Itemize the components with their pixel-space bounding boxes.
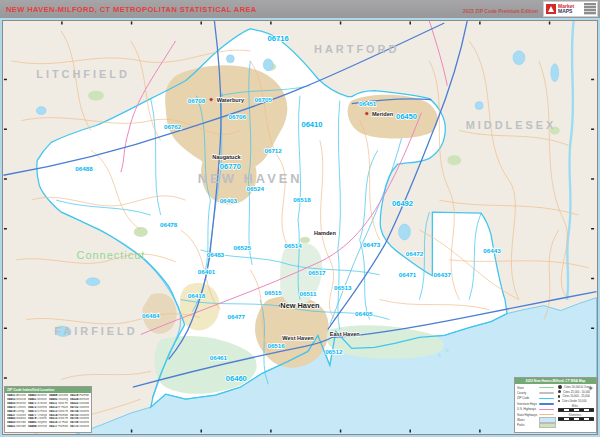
- zip-code-label: 06708: [188, 97, 206, 104]
- city-marker-dot: [210, 98, 213, 101]
- grid-tick: [409, 21, 410, 24]
- edition-label: 2023 ZIP Code Premium Edition: [463, 8, 538, 14]
- brand-logo: MarketMAPS: [543, 1, 598, 17]
- city-name-label: West Haven: [282, 335, 314, 341]
- zip-code-label: 06451: [359, 100, 377, 107]
- legend-swatch: [539, 423, 556, 428]
- zip-code-label: 06401: [198, 268, 216, 275]
- grid-tick: [409, 430, 410, 433]
- grid-tick: [4, 278, 7, 279]
- zip-code-label: 06473: [363, 241, 381, 248]
- scale-kilometers: Kilometers: [558, 414, 594, 421]
- grid-tick: [479, 430, 480, 433]
- zip-code-label: 06511: [299, 290, 317, 297]
- grid-tick: [340, 430, 341, 433]
- grid-tick: [549, 21, 550, 24]
- zip-code-label: 06712: [264, 147, 282, 154]
- state-name-label: Connecticut: [77, 249, 146, 261]
- legend-right-column: ✦ Cities 50,000 & OverCities 25,000 - 50…: [556, 385, 594, 428]
- county-label: NEW HAVEN: [198, 171, 303, 186]
- zip-code-label: 06705: [254, 96, 272, 103]
- zip-code-label: 06418: [188, 292, 206, 299]
- grid-tick: [591, 79, 594, 80]
- grid-tick: [4, 328, 7, 329]
- zip-index-table: ZIP Code Index/Grid Location 06401Ansoni…: [4, 386, 92, 433]
- zip-code-label: 06525: [234, 244, 252, 251]
- scale-kilometers-bar: [558, 417, 594, 421]
- county-label: FAIRFIELD: [54, 325, 137, 337]
- grid-tick: [591, 278, 594, 279]
- scale-miles-bar: [558, 408, 594, 412]
- city-name-label: Meriden: [372, 111, 394, 117]
- legend-city-item: Cities Under 10,000: [558, 399, 594, 404]
- legend-swatch: [539, 387, 554, 388]
- zip-code-label: 06437: [434, 271, 452, 278]
- zip-index-row: 06451Meriden: [7, 425, 26, 429]
- grid-tick: [4, 377, 7, 378]
- zip-index-body: 06401Ansonia06403Beacon Falls06405Branfo…: [5, 393, 91, 433]
- map-canvas: LITCHFIELDHARTFORDMIDDLESEXNEW HAVENFAIR…: [3, 21, 597, 434]
- grid-tick: [4, 128, 7, 129]
- legend-swatch: [539, 414, 554, 415]
- city-size-dot: [558, 395, 560, 397]
- zip-code-label: 06524: [247, 185, 265, 192]
- grid-tick: [479, 21, 480, 24]
- zip-code-label: 06716: [268, 34, 289, 43]
- grid-tick: [270, 21, 271, 24]
- zip-code-label: 06518: [293, 196, 311, 203]
- legend-swatch: [539, 392, 554, 393]
- zip-index-row: 06517Hamden: [49, 425, 68, 429]
- zip-index-row: 06710Waterbury: [70, 425, 89, 429]
- zip-code-label: 06471: [399, 271, 417, 278]
- zip-index-row: 06484Shelton: [28, 425, 47, 429]
- grid-tick: [131, 430, 132, 433]
- zip-code-label: 06478: [160, 221, 178, 228]
- zip-code-label: 06512: [325, 348, 343, 355]
- zip-code-label: 06484: [142, 312, 160, 319]
- zip-code-label: 06472: [406, 250, 424, 257]
- zip-code-label: 06405: [355, 310, 373, 317]
- zip-code-label: 06762: [164, 123, 182, 130]
- city-name-label: Naugatuck: [212, 154, 241, 160]
- zip-code-label: 06515: [264, 289, 282, 296]
- grid-tick: [340, 21, 341, 24]
- zip-code-label: 06403: [220, 197, 238, 204]
- compass-rose-icon: ✦: [587, 385, 594, 393]
- grid-tick: [4, 79, 7, 80]
- legend-swatch: [539, 409, 554, 410]
- city-name-label: New Haven: [280, 301, 320, 310]
- city-name-label: East Haven: [330, 331, 361, 337]
- zip-code-label: 06706: [229, 113, 247, 120]
- grid-tick: [591, 328, 594, 329]
- legend-body: StateCountyZIP CodeInterstate HwysU.S. H…: [515, 384, 596, 429]
- zip-index-row: 06770Naugatuck: [91, 406, 92, 410]
- map-sheet: LITCHFIELDHARTFORDMIDDLESEXNEW HAVENFAIR…: [2, 20, 598, 435]
- grid-tick: [591, 228, 594, 229]
- city-name-label: Waterbury: [217, 97, 245, 103]
- city-size-dot: [558, 400, 560, 402]
- grid-tick: [200, 21, 201, 24]
- scale-miles: Miles: [558, 405, 594, 412]
- header-bar: NEW HAVEN-MILFORD, CT METROPOLITAN STATI…: [0, 0, 600, 18]
- grid-tick: [591, 128, 594, 129]
- zip-code-label: 06460: [226, 374, 247, 383]
- grid-tick: [4, 228, 7, 229]
- grid-tick: [131, 21, 132, 24]
- legend-city-item: Cities 10,000 - 25,000: [558, 394, 594, 399]
- brand-logo-text: MarketMAPS: [558, 4, 574, 14]
- city-name-label: Hamden: [314, 230, 337, 236]
- brand-logo-badge: [584, 3, 596, 15]
- grid-tick: [591, 178, 594, 179]
- grid-tick: [270, 430, 271, 433]
- page-title: NEW HAVEN-MILFORD, CT METROPOLITAN STATI…: [0, 5, 257, 14]
- grid-tick: [200, 430, 201, 433]
- county-label: HARTFORD: [314, 43, 399, 55]
- grid-tick: [4, 178, 7, 179]
- zip-code-label: 06517: [308, 269, 326, 276]
- zip-code-label: 06450: [396, 112, 417, 121]
- city-size-dot: [558, 390, 561, 393]
- zip-code-label: 06477: [228, 313, 246, 320]
- zip-code-label: 06492: [392, 199, 413, 208]
- legend-swatch: [539, 403, 554, 404]
- legend-symbol-list: StateCountyZIP CodeInterstate HwysU.S. H…: [517, 385, 556, 428]
